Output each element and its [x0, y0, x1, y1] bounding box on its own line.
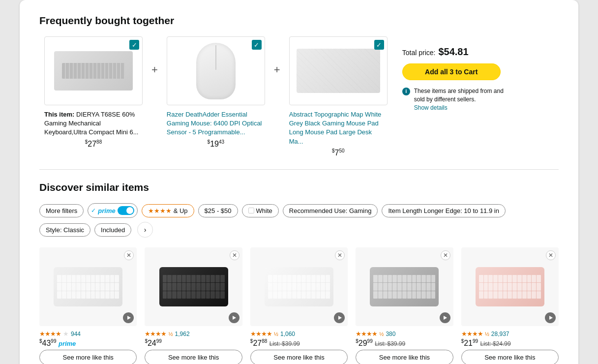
product-2-play-button[interactable] [229, 312, 239, 323]
product-2-price: $2499 [145, 338, 242, 348]
fbt-item-1-price: $2788 [85, 139, 102, 149]
fbt-item-2-price: $1943 [208, 139, 224, 149]
product-4-close-button[interactable]: ✕ [441, 250, 450, 260]
more-filters-label: More filters [46, 207, 77, 214]
price-filter-button[interactable]: $25 - $50 [198, 204, 238, 217]
fbt-right-panel: Total price: $54.81 Add all 3 to Cart i … [402, 36, 520, 112]
product-card-4: ✕ ★★★★½ 380 $2999 List: $39.99 See more … [356, 247, 453, 364]
white-filter-button[interactable]: White [242, 204, 279, 217]
fbt-item-2-image[interactable]: ✓ [167, 36, 265, 105]
product-5-see-more-button[interactable]: See more like this [461, 350, 559, 364]
product-3-price: $2788 List: $39.99 [250, 338, 348, 348]
product-1-see-more-button[interactable]: See more like this [39, 350, 137, 364]
product-3-list-price: List: $39.99 [269, 340, 300, 347]
product-3-stars: ★★★★½ 1,060 [250, 330, 348, 337]
filters-next-button[interactable]: › [137, 222, 153, 238]
style-filter-label: Style: Classic [46, 226, 84, 234]
product-4-image-wrap: ✕ [356, 247, 453, 326]
fbt-item-2: ✓ Razer DeathAdder Essential Gaming Mous… [162, 36, 270, 149]
fbt-item-3-image[interactable]: ✓ [289, 36, 388, 105]
product-5-star-icons: ★★★★ [461, 330, 483, 337]
play-icon-2 [233, 316, 236, 320]
fbt-checkbox-1[interactable]: ✓ [129, 40, 139, 50]
stars-label: & Up [174, 207, 188, 214]
product-1-image-wrap: ✕ [39, 247, 137, 326]
fbt-plus-1: + [148, 63, 162, 76]
product-3-see-more-button[interactable]: See more like this [250, 350, 348, 364]
prime-filter-button[interactable]: ✓ prime [88, 203, 137, 218]
product-1-review-count[interactable]: 944 [71, 331, 81, 337]
product-1-image [54, 267, 122, 306]
product-3-play-button[interactable] [334, 312, 345, 323]
product-4-price: $2999 List: $39.99 [356, 338, 453, 348]
fbt-item-3: ✓ Abstract Topographic Map White Grey Bl… [284, 36, 392, 157]
fbt-checkbox-2[interactable]: ✓ [252, 40, 262, 50]
product-3-review-count[interactable]: 1,060 [280, 331, 295, 337]
product-3-close-button[interactable]: ✕ [335, 250, 345, 260]
play-icon-5 [549, 316, 553, 320]
product-4-image [370, 267, 439, 306]
product-2-image [159, 267, 228, 306]
product-4-see-more-button[interactable]: See more like this [356, 350, 453, 364]
product-2-image-wrap: ✕ [145, 247, 242, 326]
product-5-review-count[interactable]: 28,937 [491, 331, 509, 337]
discover-section-title: Discover similar items [39, 182, 559, 193]
fbt-item-3-price: $750 [332, 148, 345, 157]
info-icon: i [402, 88, 410, 95]
discover-section: Discover similar items More filters ✓ pr… [39, 182, 559, 364]
product-card-1: ✕ ★★★★★ 944 $4399 prime See more like th… [39, 247, 137, 364]
fbt-item-1: ✓ This item: DIERYA T68SE 60% Gaming Mec… [39, 36, 148, 149]
total-price-value: $54.81 [438, 46, 468, 58]
stars-filter-button[interactable]: ★★★★ & Up [142, 204, 194, 217]
white-filter-label: White [256, 207, 272, 214]
fbt-item-3-link[interactable]: Abstract Topographic Map White Grey Blac… [289, 111, 382, 145]
fbt-item-3-desc: Abstract Topographic Map White Grey Blac… [289, 110, 388, 146]
product-2-close-button[interactable]: ✕ [230, 250, 239, 260]
fbt-info: i These items are shipped from and sold … [402, 87, 510, 112]
product-1-play-button[interactable] [123, 312, 134, 323]
fbt-checkbox-3[interactable]: ✓ [374, 40, 384, 50]
total-price-label: Total price: [402, 49, 436, 57]
show-details-link[interactable]: Show details [414, 104, 510, 112]
product-4-star-icons: ★★★★ [356, 330, 377, 337]
included-filter-button[interactable]: Included [94, 223, 131, 237]
product-1-prime-badge: prime [59, 340, 76, 347]
fbt-container: ✓ This item: DIERYA T68SE 60% Gaming Mec… [39, 36, 559, 170]
price-filter-label: $25 - $50 [205, 207, 232, 214]
filters-row: More filters ✓ prime ★★★★ & Up $25 - $50… [39, 203, 559, 238]
fbt-section-title: Frequently bought together [39, 15, 559, 27]
play-icon-4 [444, 316, 447, 320]
product-4-play-button[interactable] [440, 312, 450, 323]
products-row: ✕ ★★★★★ 944 $4399 prime See more like th… [39, 247, 559, 364]
product-1-close-button[interactable]: ✕ [124, 250, 134, 260]
add-all-button[interactable]: Add all 3 to Cart [402, 63, 501, 80]
white-color-swatch [248, 208, 254, 213]
mouse-product-image [196, 43, 236, 99]
product-4-review-count[interactable]: 380 [386, 331, 395, 337]
product-5-play-button[interactable] [545, 312, 556, 323]
play-icon-3 [338, 316, 342, 320]
prime-toggle[interactable] [118, 206, 134, 215]
product-1-star-icons: ★★★★ [39, 330, 61, 337]
product-5-list-price: List: $24.99 [480, 340, 511, 347]
product-card-3: ✕ ★★★★½ 1,060 $2788 List: $39.99 See mor… [250, 247, 348, 364]
fbt-plus-2: + [270, 63, 284, 76]
product-3-image [265, 267, 333, 306]
length-filter-button[interactable]: Item Length Longer Edge: 10 to 11.9 in [382, 204, 506, 217]
more-filters-button[interactable]: More filters [39, 204, 84, 217]
product-1-price: $4399 prime [39, 338, 137, 348]
gaming-filter-button[interactable]: Recommended Use: Gaming [283, 204, 378, 217]
fbt-item-1-image[interactable]: ✓ [44, 36, 143, 105]
included-filter-label: Included [101, 226, 125, 234]
product-card-2: ✕ ★★★★½ 1,962 $2499 See more like this [145, 247, 242, 364]
product-2-review-count[interactable]: 1,962 [175, 331, 190, 337]
product-4-list-price: List: $39.99 [375, 340, 405, 347]
fbt-item-2-link[interactable]: Razer DeathAdder Essential Gaming Mouse:… [167, 111, 262, 136]
product-5-close-button[interactable]: ✕ [546, 250, 556, 260]
style-filter-button[interactable]: Style: Classic [39, 223, 90, 237]
product-2-star-icons: ★★★★ [145, 330, 166, 337]
product-2-see-more-button[interactable]: See more like this [145, 350, 242, 364]
product-1-stars: ★★★★★ 944 [39, 330, 137, 337]
product-5-price: $2199 List: $24.99 [461, 338, 559, 348]
total-price-row: Total price: $54.81 [402, 46, 469, 58]
